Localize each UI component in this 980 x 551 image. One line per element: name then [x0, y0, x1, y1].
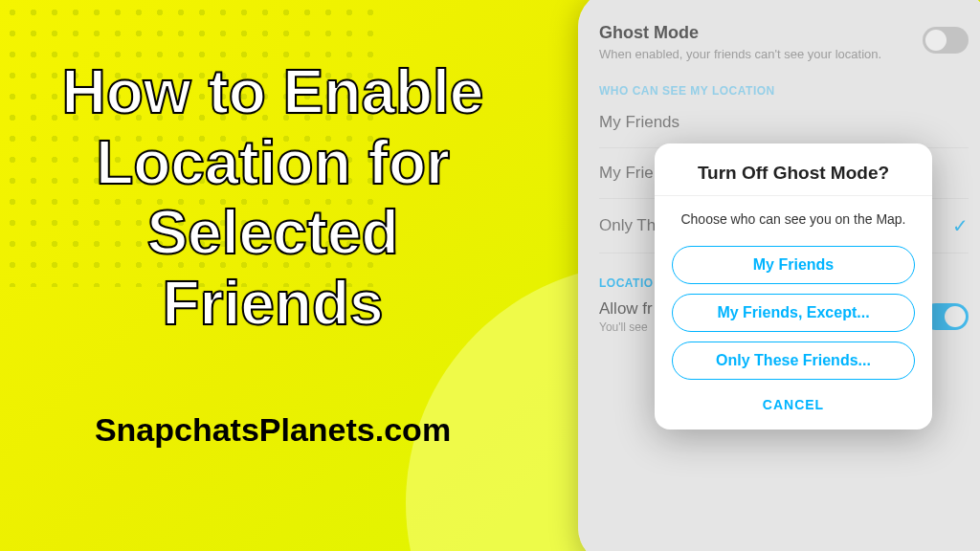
modal-divider	[655, 195, 932, 196]
modal-option-my-friends[interactable]: My Friends	[672, 246, 915, 284]
site-url: SnapchatsPlanets.com	[72, 411, 474, 449]
modal-subtitle: Choose who can see you on the Map.	[672, 211, 915, 229]
modal-option-only-these[interactable]: Only These Friends...	[672, 342, 915, 380]
modal-title: Turn Off Ghost Mode?	[672, 163, 915, 184]
banner-headline: How to Enable Location for Selected Frie…	[53, 57, 493, 339]
phone-mockup: Ghost Mode When enabled, your friends ca…	[578, 0, 980, 551]
ghost-mode-modal: Turn Off Ghost Mode? Choose who can see …	[655, 143, 932, 430]
modal-option-my-friends-except[interactable]: My Friends, Except...	[672, 294, 915, 332]
modal-cancel-button[interactable]: CANCEL	[672, 389, 915, 414]
